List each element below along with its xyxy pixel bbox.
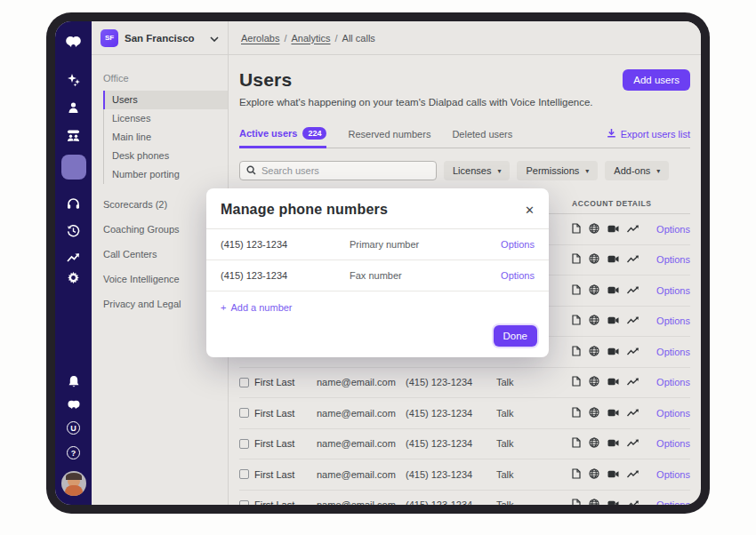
license-document-icon (572, 284, 581, 297)
video-camera-icon (607, 499, 619, 505)
account-details-icons (572, 346, 654, 358)
sidebar-item-desk-phones[interactable]: Desk phones (104, 147, 228, 165)
row-checkbox-cell (239, 408, 254, 418)
permissions-filter-dropdown[interactable]: Permissions ▾ (517, 161, 598, 180)
account-details-icons (572, 376, 654, 388)
sidebar-item-licenses[interactable]: Licenses (104, 109, 228, 128)
row-checkbox-cell (239, 469, 254, 479)
row-options-link[interactable]: Options (656, 285, 690, 296)
row-checkbox[interactable] (239, 408, 249, 418)
breadcrumb: Aerolabs / Analytics / All calls (229, 21, 701, 54)
breadcrumb-current: All calls (342, 33, 375, 44)
trend-line-icon (627, 438, 639, 449)
video-camera-icon (607, 438, 619, 449)
caret-down-icon: ▾ (497, 167, 501, 175)
sidebar-item-users[interactable]: Users (104, 91, 228, 109)
phone-options-link[interactable]: Options (501, 270, 535, 281)
breadcrumb-link[interactable]: Analytics (291, 33, 330, 44)
trend-line-icon (627, 499, 639, 505)
tab-active-users-label: Active users (239, 128, 297, 139)
active-app-tile[interactable] (61, 155, 86, 180)
tab-deleted-users[interactable]: Deleted users (452, 124, 512, 148)
addons-filter-dropdown[interactable]: Add-ons ▾ (605, 161, 669, 180)
meetings-status-icon[interactable]: U (67, 421, 80, 435)
plus-icon: + (221, 302, 226, 313)
search-users-box[interactable] (239, 161, 437, 180)
row-checkbox-cell (239, 500, 254, 505)
licenses-filter-dropdown[interactable]: Licenses ▾ (444, 161, 510, 180)
account-details-icons (572, 284, 654, 297)
modal-header: Manage phone numbers ✕ (206, 188, 549, 229)
caret-down-icon: ▾ (656, 167, 660, 175)
breadcrumb-link[interactable]: Aerolabs (241, 33, 279, 44)
licenses-filter-label: Licenses (453, 165, 491, 176)
tabs-bar: Active users 224 Reserved numbers Delete… (239, 122, 690, 148)
coaching-groups-label: Coaching Groups (103, 224, 180, 235)
row-options-link[interactable]: Options (656, 469, 690, 480)
row-checkbox[interactable] (239, 469, 249, 479)
add-users-button[interactable]: Add users (623, 69, 690, 91)
trend-line-icon (627, 315, 639, 326)
user-email: name@email.com (317, 438, 406, 449)
phone-number-value: (415) 123-1234 (221, 239, 350, 250)
ai-sparkles-icon[interactable] (67, 73, 81, 87)
row-options-link[interactable]: Options (656, 438, 690, 449)
row-options-cell: Options (654, 408, 690, 419)
video-camera-icon (607, 315, 619, 326)
help-icon[interactable]: ? (67, 446, 80, 459)
web-globe-icon (589, 253, 599, 266)
user-name: First Last (254, 408, 317, 419)
table-row: First Last name@email.com (415) 123-1234… (239, 491, 690, 506)
headset-icon[interactable] (67, 197, 80, 211)
phone-number-type: Fax number (350, 270, 501, 281)
trend-line-icon (627, 377, 639, 387)
row-checkbox-cell (239, 439, 254, 449)
done-button[interactable]: Done (494, 325, 538, 347)
workspace-name: San Francisco (125, 33, 204, 44)
add-number-link[interactable]: + Add a number (206, 291, 549, 316)
row-checkbox[interactable] (239, 500, 249, 505)
sidebar-item-main-line[interactable]: Main line (104, 128, 228, 147)
row-checkbox-cell (239, 378, 254, 387)
settings-gear-icon[interactable] (67, 271, 80, 284)
video-camera-icon (607, 224, 619, 235)
row-options-link[interactable]: Options (656, 377, 690, 387)
close-icon[interactable]: ✕ (525, 204, 535, 216)
dialpad-small-logo-icon[interactable] (67, 400, 81, 410)
tab-reserved-numbers[interactable]: Reserved numbers (348, 124, 430, 148)
web-globe-icon (589, 499, 599, 505)
row-options-link[interactable]: Options (656, 347, 690, 357)
phone-number-row: (415) 123-1234 Fax number Options (206, 260, 549, 291)
export-users-link[interactable]: Export users list (607, 128, 690, 148)
row-options-cell: Options (654, 347, 690, 357)
search-users-input[interactable] (261, 165, 430, 176)
team-icon[interactable] (66, 129, 81, 142)
license-document-icon (572, 468, 581, 481)
tab-active-users[interactable]: Active users 224 (239, 122, 326, 148)
trends-icon[interactable] (67, 252, 80, 263)
table-row: First Last name@email.com (415) 123-1234… (239, 459, 690, 491)
row-checkbox[interactable] (239, 439, 249, 449)
account-details-icons (572, 223, 654, 236)
workspace-switcher[interactable]: SF San Francisco (92, 21, 229, 54)
row-options-link[interactable]: Options (656, 254, 690, 265)
user-phone: (415) 123-1234 (406, 469, 496, 480)
row-options-link[interactable]: Options (656, 408, 690, 419)
user-icon[interactable] (67, 101, 80, 115)
row-options-link[interactable]: Options (656, 499, 690, 505)
row-checkbox[interactable] (239, 378, 249, 387)
row-options-link[interactable]: Options (656, 315, 690, 326)
row-options-link[interactable]: Options (656, 224, 690, 235)
trend-line-icon (627, 408, 639, 419)
web-globe-icon (589, 407, 599, 419)
permissions-filter-label: Permissions (526, 165, 579, 176)
phone-options-link[interactable]: Options (501, 239, 535, 250)
sidebar-item-number-porting[interactable]: Number porting (104, 165, 228, 184)
trend-line-icon (627, 254, 639, 265)
breadcrumb-separator: / (284, 33, 286, 44)
notifications-bell-icon[interactable] (68, 375, 80, 388)
user-avatar[interactable] (61, 471, 86, 496)
history-icon[interactable] (67, 224, 80, 237)
chevron-down-icon (210, 33, 219, 44)
table-row: First Last name@email.com (415) 123-1234… (239, 368, 690, 399)
